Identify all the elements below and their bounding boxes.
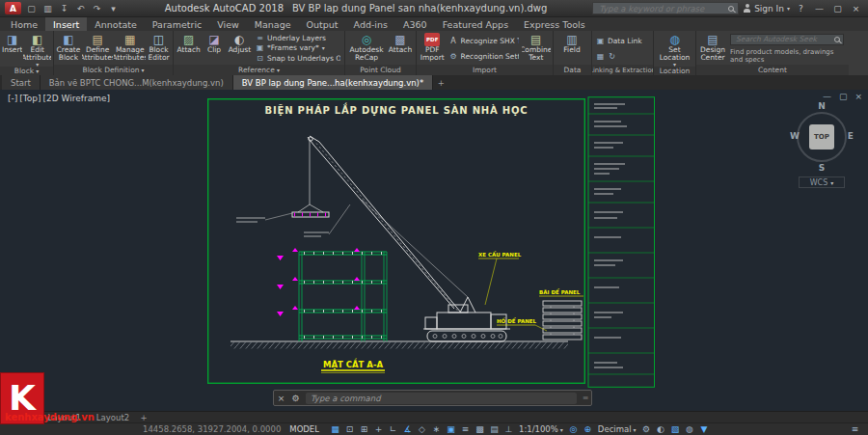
panel-label-location[interactable]: Location — [654, 67, 695, 75]
qat-dropdown-icon[interactable]: ▾ — [107, 4, 120, 14]
recognize-shx-text-button[interactable]: A Recognize SHX Text — [449, 36, 519, 45]
new-drawing-tab-icon[interactable]: + — [433, 75, 448, 90]
viewcube-wcs-dropdown[interactable]: WCS▾ — [799, 177, 845, 188]
tab-layout2[interactable]: Layout2 — [89, 412, 137, 422]
drawing-restore-icon[interactable]: ▢ — [839, 92, 848, 101]
search-input[interactable] — [597, 3, 725, 14]
seek-search-icon[interactable] — [834, 37, 840, 42]
snap-icon[interactable]: ⊡ — [342, 424, 357, 434]
autoscale-icon[interactable]: ⊕ — [581, 424, 595, 434]
isometric-drafting-icon[interactable]: ◇ — [415, 424, 429, 434]
selection-cycling-icon[interactable]: ▤ — [487, 424, 502, 434]
restore-button[interactable]: ▢ — [830, 4, 845, 14]
lineweight-icon[interactable]: ≡ — [458, 424, 473, 434]
grid-icon[interactable]: ▦ — [328, 424, 342, 434]
autocad-logo-icon[interactable]: A — [5, 2, 21, 14]
annotation-visibility-icon[interactable]: ◎ — [566, 424, 581, 434]
viewport-menu-button[interactable]: [-] — [8, 94, 17, 103]
attach-button[interactable]: ▨ Attach — [176, 32, 202, 65]
ribbon-tab-a360[interactable]: A360 — [395, 17, 435, 31]
pdf-import-button[interactable]: PDF PDF Import — [419, 32, 447, 65]
units-dropdown[interactable]: Decimal▾ — [598, 424, 637, 434]
ribbon-tab-parametric[interactable]: Parametric — [145, 17, 209, 31]
command-close-icon[interactable]: × — [274, 394, 288, 403]
recognition-settings-button[interactable]: ⚙ Recognition Settings — [449, 51, 519, 61]
command-input[interactable]: Type a command — [306, 393, 577, 404]
dynamic-input-icon[interactable]: + — [371, 424, 386, 434]
new-file-icon[interactable]: ▢ — [25, 4, 38, 14]
open-file-icon[interactable]: ▥ — [41, 4, 54, 14]
object-filter-icon[interactable]: ▼ — [697, 424, 712, 434]
edit-attribute-button[interactable]: ◧ Edit Attribute ▾ — [23, 32, 51, 67]
infer-constraints-icon[interactable]: ⊞ — [357, 424, 371, 434]
viewcube-west[interactable]: W — [790, 131, 800, 141]
clip-button[interactable]: ◪ Clip — [203, 32, 225, 65]
set-location-button[interactable]: ◍ Set Location ▾ — [656, 32, 693, 67]
extract-data-button[interactable]: ▦ ↻ — [596, 51, 649, 61]
manage-attributes-button[interactable]: ▦ Manage Attributes — [114, 32, 146, 65]
redo-icon[interactable]: ↷ — [91, 4, 103, 14]
sign-in-button[interactable]: Sign In ▾ — [743, 4, 790, 14]
snap-to-underlays-dropdown[interactable]: ⊡ Snap to Underlays ON ▾ — [256, 54, 340, 64]
panel-label-reference[interactable]: Reference▾ — [174, 65, 344, 75]
insert-block-button[interactable]: ◨ Insert — [2, 32, 22, 67]
file-tab-drawing2[interactable]: BV BP lap dung Pane...ha(kenhxaydung.vn)… — [233, 75, 433, 90]
viewcube-east[interactable]: E — [848, 131, 854, 141]
ribbon-tab-annotate[interactable]: Annotate — [87, 17, 144, 31]
save-icon[interactable]: ↧ — [58, 4, 70, 14]
ribbon-tab-manage[interactable]: Manage — [247, 17, 299, 31]
data-link-button[interactable]: ▣ Data Link — [596, 36, 649, 45]
object-snap-tracking-icon[interactable]: ∗ — [429, 424, 444, 434]
close-button[interactable]: × — [849, 4, 863, 14]
visual-style-control-button[interactable]: [2D Wireframe] — [43, 94, 110, 103]
frames-dropdown[interactable]: ▣ *Frames vary* ▾ — [256, 43, 340, 53]
customization-icon[interactable]: ≡ — [848, 424, 862, 434]
ribbon-tab-home[interactable]: Home — [3, 17, 45, 31]
undo-icon[interactable]: ↶ — [74, 4, 87, 14]
panel-label-linking[interactable]: Linking & Extraction — [592, 65, 653, 75]
ribbon-tab-output[interactable]: Output — [299, 17, 346, 31]
block-editor-button[interactable]: ◫ Block Editor — [147, 32, 171, 65]
dynamic-ucs-icon[interactable]: ⊥ — [502, 424, 516, 434]
annotation-scale-button[interactable]: 1:1/100%▾ — [519, 424, 563, 434]
viewcube-top-face[interactable]: TOP — [809, 124, 834, 150]
drawing-close-icon[interactable]: × — [854, 92, 862, 101]
ortho-icon[interactable]: ∟ — [386, 424, 400, 434]
minimize-button[interactable]: — — [812, 4, 827, 14]
panel-label-block[interactable]: Block▾ — [0, 67, 53, 75]
file-tab-drawing1[interactable]: Bản vẽ BPTC CHONG...M(kenhxaydung.vn) — [41, 75, 233, 90]
workspace-switching-icon[interactable]: ⚙ — [639, 424, 654, 434]
ribbon-tab-insert[interactable]: Insert — [45, 17, 87, 31]
seek-search-input[interactable] — [734, 34, 831, 44]
command-customize-icon[interactable]: ⚙ — [288, 394, 303, 403]
combine-text-button[interactable]: ▤ Combine Text — [522, 32, 551, 65]
define-attributes-button[interactable]: ▤ Define Attributes — [82, 32, 114, 65]
underlay-layers-button[interactable]: ≡ Underlay Layers — [256, 33, 340, 42]
panel-label-data[interactable]: Data — [554, 65, 591, 75]
panel-label-content[interactable]: Content — [696, 65, 849, 75]
attach-point-cloud-button[interactable]: ▩ Attach — [387, 32, 414, 65]
help-icon[interactable]: ? — [794, 4, 808, 14]
panel-label-block-definition[interactable]: Block Definition▾ — [54, 65, 173, 75]
new-layout-icon[interactable]: + — [137, 412, 150, 422]
ribbon-tab-featured-apps[interactable]: Featured Apps — [435, 17, 516, 31]
drawing-minimize-icon[interactable]: — — [823, 92, 831, 101]
design-center-button[interactable]: ▤ Design Center — [698, 32, 727, 65]
file-tab-start[interactable]: Start — [2, 75, 41, 90]
isolate-objects-icon[interactable]: ◍ — [683, 424, 697, 434]
hardware-acceleration-icon[interactable]: ▧ — [668, 424, 683, 434]
viewcube-north[interactable]: N — [791, 101, 853, 111]
search-icon[interactable] — [728, 6, 734, 12]
command-history-grip-icon[interactable]: ≡ — [580, 394, 591, 402]
transparency-icon[interactable]: ▩ — [473, 424, 487, 434]
panel-label-import[interactable]: Import — [417, 65, 553, 75]
model-space-canvas[interactable]: [-] [Top] [2D Wireframe] — ▢ × N S W E T… — [0, 90, 868, 411]
field-button[interactable]: ▥ Field — [556, 32, 588, 65]
viewcube-south[interactable]: S — [791, 163, 853, 173]
ribbon-tab-express-tools[interactable]: Express Tools — [516, 17, 593, 31]
cad-drawing[interactable]: BIỆN PHÁP LẮP DỰNG PANEL SÀN NHÀ HỌC — [207, 96, 656, 391]
autodesk-recap-button[interactable]: ◎ Autodesk ReCap — [347, 32, 386, 65]
view-control-button[interactable]: [Top] — [19, 94, 41, 103]
ribbon-tab-addins[interactable]: Add-ins — [346, 17, 395, 31]
adjust-button[interactable]: ◐ Adjust — [227, 32, 253, 65]
